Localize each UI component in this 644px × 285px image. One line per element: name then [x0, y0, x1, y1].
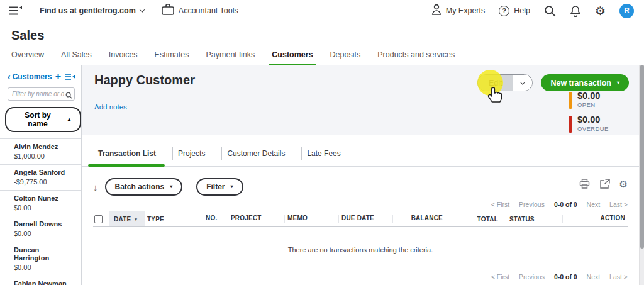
pagination-top: < First Previous 0-0 of 0 Next Last >	[82, 201, 628, 208]
search-icon[interactable]	[544, 5, 556, 17]
triangle-up-icon: ▲	[67, 117, 72, 122]
customer-name: Colton Nunez	[14, 194, 76, 203]
new-transaction-label: New transaction	[550, 79, 611, 87]
tab-customers[interactable]: Customers	[272, 50, 313, 65]
open-amount: $0.00	[577, 91, 600, 101]
tab-transaction-list[interactable]: Transaction List	[93, 149, 172, 166]
transaction-toolbar: ↓ Batch actions ▾ Filter ▾ ⚙	[93, 177, 628, 196]
customer-list-item[interactable]: Colton Nunez $0.00	[0, 191, 81, 216]
customer-list-item[interactable]: Alvin Mendez $1,000.00	[0, 139, 81, 165]
add-customer-icon[interactable]: +	[55, 72, 61, 82]
customer-balance: $1,000.00	[14, 152, 76, 160]
notifications-bell-icon[interactable]	[570, 5, 581, 17]
customer-title: Happy Customer	[94, 73, 195, 87]
sales-tab-bar: Overview All Sales Invoices Estimates Pa…	[0, 43, 644, 65]
customer-balance: -$9,775.00	[14, 178, 76, 186]
pagination-previous[interactable]: Previous	[519, 201, 545, 208]
batch-actions-label: Batch actions	[115, 182, 165, 191]
open-label: OPEN	[577, 101, 600, 108]
customer-name: Darnell Downs	[14, 220, 76, 228]
tab-overview[interactable]: Overview	[11, 50, 44, 65]
column-status: STATUS	[507, 216, 562, 223]
customer-balance: $0.00	[14, 230, 76, 238]
sort-by-name-button[interactable]: Sort by name ▲	[5, 107, 81, 132]
column-total: TOTAL	[445, 216, 501, 223]
overdue-status-bar	[569, 116, 572, 133]
column-no: NO.	[203, 215, 228, 223]
select-all-checkbox[interactable]	[94, 215, 103, 223]
pagination-first[interactable]: < First	[491, 273, 509, 281]
edit-dropdown-button[interactable]	[513, 75, 532, 91]
pagination-range: 0-0 of 0	[554, 273, 577, 281]
collapse-list-icon[interactable]	[65, 73, 75, 81]
column-memo: MEMO	[284, 215, 338, 223]
accountant-tools-button[interactable]: Accountant Tools	[162, 4, 238, 18]
overdue-amount: $0.00	[577, 115, 609, 125]
triangle-down-icon: ▾	[170, 184, 172, 189]
customer-balance: $0.00	[14, 264, 76, 272]
user-avatar[interactable]: R	[619, 4, 634, 18]
help-button[interactable]: ? Help	[499, 6, 530, 16]
print-icon[interactable]	[579, 179, 590, 189]
balance-summary: $0.00 OPEN $0.00 OVERDUE	[569, 91, 609, 138]
customer-name: Alvin Mendez	[14, 143, 76, 151]
back-link-label: Customers	[13, 72, 52, 81]
pagination-last[interactable]: Last >	[609, 201, 628, 208]
chevron-down-icon	[520, 79, 525, 84]
settings-gear-icon[interactable]: ⚙	[595, 5, 606, 17]
edit-split-button[interactable]: Edit	[477, 74, 533, 91]
tab-products-services[interactable]: Products and services	[377, 50, 455, 65]
customer-list-item[interactable]: Fabian Newman $0.00	[0, 276, 81, 285]
batch-actions-button[interactable]: Batch actions ▾	[105, 178, 183, 196]
customer-list-sidebar: ‹ Customers + Sort by name ▲ Alvin Mende…	[0, 65, 82, 285]
tab-all-sales[interactable]: All Sales	[61, 50, 92, 65]
column-balance: BALANCE	[392, 215, 445, 223]
scrollbar-thumb[interactable]	[640, 65, 644, 249]
collapse-menu-icon[interactable]	[9, 6, 22, 16]
edit-button[interactable]: Edit	[478, 75, 514, 91]
column-date[interactable]: DATE ▾	[109, 211, 145, 226]
person-icon	[431, 4, 441, 18]
customer-list-item[interactable]: Duncan Harrington $0.00	[0, 242, 81, 276]
pagination-last[interactable]: Last >	[609, 273, 628, 281]
customer-list-item[interactable]: Darnell Downs $0.00	[0, 216, 81, 242]
pagination-next[interactable]: Next	[587, 201, 601, 208]
customer-list-item[interactable]: Angela Sanford -$9,775.00	[0, 165, 81, 191]
help-label: Help	[514, 6, 530, 15]
briefcase-icon	[162, 4, 174, 18]
filter-label: Filter	[206, 182, 225, 191]
add-notes-link[interactable]: Add notes	[94, 103, 127, 111]
column-type: TYPE	[145, 216, 203, 223]
tab-estimates[interactable]: Estimates	[155, 50, 189, 65]
overdue-label: OVERDUE	[577, 125, 609, 132]
tab-customer-details[interactable]: Customer Details	[222, 149, 301, 166]
filter-button[interactable]: Filter ▾	[196, 178, 243, 196]
column-action: ACTION	[562, 215, 628, 223]
tab-projects[interactable]: Projects	[173, 149, 221, 166]
pagination-next[interactable]: Next	[587, 273, 601, 281]
sort-label: Sort by name	[14, 111, 61, 128]
help-icon: ?	[499, 6, 509, 16]
my-experts-button[interactable]: My Experts	[431, 4, 486, 18]
customer-name: Angela Sanford	[14, 169, 76, 177]
tab-deposits[interactable]: Deposits	[330, 50, 361, 65]
back-to-customers-link[interactable]: ‹ Customers	[8, 72, 55, 81]
pagination-first[interactable]: < First	[491, 201, 509, 208]
table-settings-gear-icon[interactable]: ⚙	[619, 179, 628, 189]
export-icon[interactable]	[599, 179, 610, 189]
pagination-previous[interactable]: Previous	[519, 273, 545, 281]
column-divider	[501, 215, 507, 223]
top-navigation-bar: Find us at gentlefrog.com Accountant Too…	[0, 0, 644, 21]
tab-payment-links[interactable]: Payment links	[206, 50, 255, 65]
open-status-bar	[569, 92, 572, 109]
tab-invoices[interactable]: Invoices	[109, 50, 138, 65]
new-transaction-button[interactable]: New transaction ▾	[541, 74, 629, 91]
column-due-date: DUE DATE	[338, 215, 392, 223]
customer-name: Fabian Newman	[14, 280, 76, 285]
company-selector[interactable]: Find us at gentlefrog.com	[40, 6, 144, 15]
tab-late-fees[interactable]: Late Fees	[302, 149, 357, 166]
accountant-tools-label: Accountant Tools	[179, 6, 238, 15]
page-title: Sales	[11, 28, 644, 43]
customer-filter-input[interactable]	[8, 87, 75, 101]
sort-down-arrow-icon[interactable]: ↓	[93, 182, 98, 193]
